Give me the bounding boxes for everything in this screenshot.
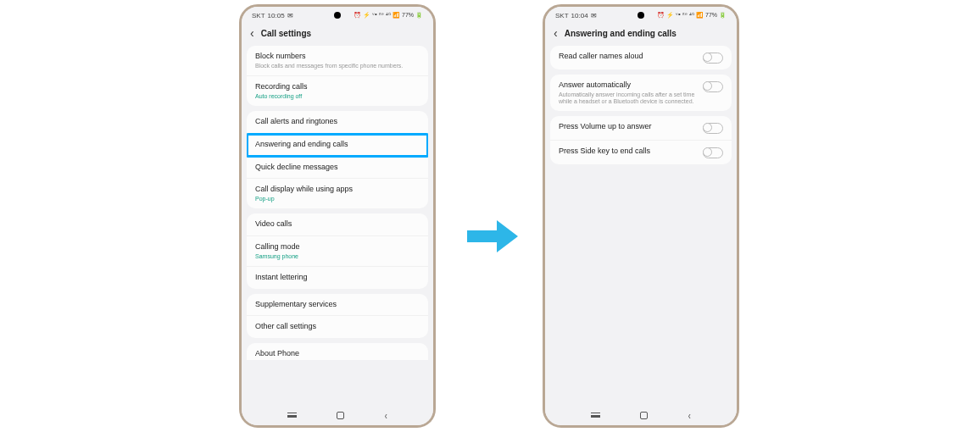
setting-instant-lettering[interactable]: Instant lettering — [247, 267, 428, 289]
back-icon[interactable]: ‹ — [250, 27, 254, 39]
time-label: 10:05 — [268, 12, 285, 19]
setting-label: Supplementary services — [255, 300, 420, 310]
settings-group: Press Volume up to answer Press Side key… — [550, 116, 732, 164]
setting-block-numbers[interactable]: Block numbers Block calls and messages f… — [247, 46, 428, 76]
status-icons: ⏰ ⚡ ᵛᵒ ˡᵗᵉ ⁴ᴳ 📶 77% 🔋 — [354, 12, 423, 19]
settings-group: Answer automatically Automatically answe… — [550, 75, 732, 111]
setting-answer-automatically[interactable]: Answer automatically Automatically answe… — [550, 75, 732, 111]
nav-home-icon[interactable] — [640, 412, 648, 419]
nav-back-icon[interactable]: ‹ — [385, 409, 387, 422]
screen-header: ‹ Call settings — [242, 24, 433, 46]
setting-label: Answering and ending calls — [255, 140, 420, 150]
page-title: Answering and ending calls — [565, 29, 677, 38]
settings-group: Block numbers Block calls and messages f… — [247, 46, 428, 106]
phone-left: SKT 10:05 ✉ ⏰ ⚡ ᵛᵒ ˡᵗᵉ ⁴ᴳ 📶 77% 🔋 ‹ Call… — [239, 4, 436, 428]
setting-answering-ending[interactable]: Answering and ending calls — [247, 134, 428, 157]
setting-calling-mode[interactable]: Calling mode Samsung phone — [247, 236, 428, 267]
settings-group: Supplementary services Other call settin… — [247, 294, 428, 338]
nav-home-icon[interactable] — [337, 412, 344, 419]
settings-group: Call alerts and ringtones Answering and … — [247, 111, 428, 208]
setting-label: Recording calls — [255, 82, 420, 92]
setting-about-phone[interactable]: About Phone — [255, 349, 420, 359]
page-title: Call settings — [261, 29, 311, 38]
setting-sublabel: Auto recording off — [255, 93, 420, 100]
setting-label: Press Side key to end calls — [559, 147, 698, 157]
settings-content: Block numbers Block calls and messages f… — [242, 46, 433, 417]
settings-group: Read caller names aloud — [550, 46, 732, 69]
time-label: 10:04 — [571, 12, 588, 19]
back-icon[interactable]: ‹ — [554, 27, 558, 39]
setting-call-display[interactable]: Call display while using apps Pop-up — [247, 179, 428, 208]
setting-sublabel: Pop-up — [255, 196, 420, 202]
toggle-switch[interactable] — [703, 53, 723, 64]
setting-read-caller-aloud[interactable]: Read caller names aloud — [550, 46, 732, 69]
nav-back-icon[interactable]: ‹ — [688, 409, 691, 422]
toggle-switch[interactable] — [703, 123, 723, 134]
nav-recents-icon[interactable] — [287, 413, 297, 418]
setting-volume-up-answer[interactable]: Press Volume up to answer — [550, 116, 732, 141]
toggle-switch[interactable] — [703, 81, 723, 92]
setting-sublabel: Automatically answer incoming calls afte… — [559, 91, 698, 106]
setting-label: Video calls — [255, 219, 420, 230]
setting-label: Call display while using apps — [255, 185, 420, 195]
carrier-label: SKT — [252, 12, 265, 19]
status-icons: ⏰ ⚡ ᵛᵒ ˡᵗᵉ ⁴ᴳ 📶 77% 🔋 — [657, 12, 727, 19]
setting-quick-decline[interactable]: Quick decline messages — [247, 157, 428, 180]
setting-side-key-end[interactable]: Press Side key to end calls — [550, 141, 732, 164]
settings-content: Read caller names aloud Answer automatic… — [545, 46, 737, 417]
setting-label: Other call settings — [255, 322, 420, 332]
setting-sublabel: Block calls and messages from specific p… — [255, 63, 420, 69]
setting-video-calls[interactable]: Video calls — [247, 213, 428, 236]
setting-label: Quick decline messages — [255, 163, 420, 173]
screen-header: ‹ Answering and ending calls — [545, 24, 737, 46]
carrier-label: SKT — [555, 12, 569, 19]
setting-label: Instant lettering — [255, 273, 420, 283]
setting-call-alerts[interactable]: Call alerts and ringtones — [247, 111, 428, 134]
setting-sublabel: Samsung phone — [255, 253, 420, 260]
setting-label: Call alerts and ringtones — [255, 117, 420, 127]
setting-label: Press Volume up to answer — [559, 122, 698, 132]
phone-right: SKT 10:04 ✉ ⏰ ⚡ ᵛᵒ ˡᵗᵉ ⁴ᴳ 📶 77% 🔋 ‹ Answ… — [543, 4, 739, 428]
settings-group: Video calls Calling mode Samsung phone I… — [247, 213, 428, 288]
camera-punch-hole — [334, 12, 341, 19]
nav-bar: ‹ — [545, 405, 737, 425]
nav-recents-icon[interactable] — [591, 413, 600, 418]
arrow-right-icon — [463, 215, 522, 258]
settings-group-partial: About Phone — [247, 343, 428, 360]
setting-label: Calling mode — [255, 242, 420, 252]
setting-recording-calls[interactable]: Recording calls Auto recording off — [247, 76, 428, 106]
toggle-switch[interactable] — [703, 147, 723, 158]
message-icon: ✉ — [591, 12, 597, 19]
camera-punch-hole — [638, 12, 644, 19]
nav-bar: ‹ — [242, 405, 433, 425]
setting-other-call[interactable]: Other call settings — [247, 316, 428, 338]
setting-supplementary[interactable]: Supplementary services — [247, 294, 428, 317]
setting-label: Read caller names aloud — [559, 52, 698, 62]
message-icon: ✉ — [287, 12, 293, 19]
setting-label: Answer automatically — [559, 80, 698, 91]
setting-label: Block numbers — [255, 52, 420, 62]
